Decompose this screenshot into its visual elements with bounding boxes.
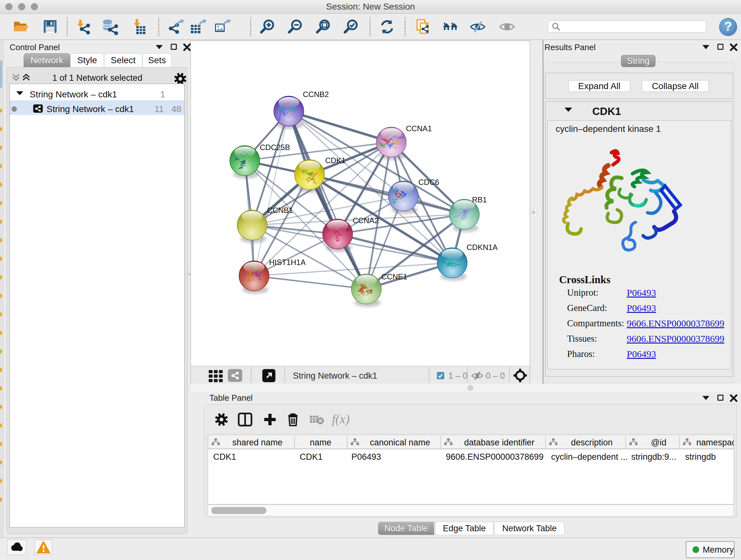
svg-text:RB1: RB1	[472, 195, 487, 204]
svg-text:CCNB1: CCNB1	[267, 206, 293, 214]
svg-text:CCNA2: CCNA2	[353, 216, 379, 225]
svg-text:CCNA1: CCNA1	[406, 124, 432, 133]
svg-text:CDKN1A: CDKN1A	[467, 243, 497, 252]
svg-text:CDC6: CDC6	[418, 178, 439, 186]
svg-text:CDC25B: CDC25B	[260, 143, 290, 152]
svg-text:HIST1H1A: HIST1H1A	[269, 258, 306, 266]
svg-text:CCNB2: CCNB2	[303, 90, 329, 99]
svg-text:CCNE1: CCNE1	[381, 272, 407, 281]
svg-text:CDK1: CDK1	[325, 156, 346, 165]
